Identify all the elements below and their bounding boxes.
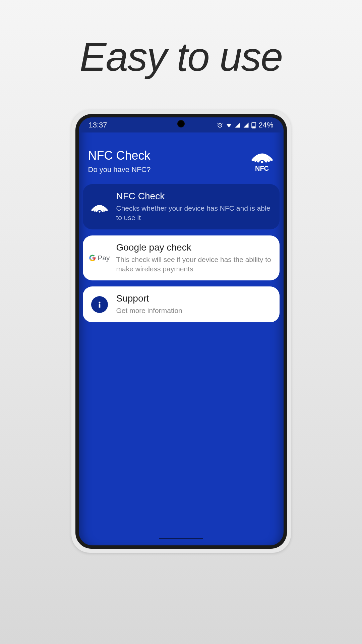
svg-point-6 xyxy=(99,302,100,303)
svg-point-4 xyxy=(261,161,263,163)
device-inner-frame: 13:37 xyxy=(75,114,287,549)
card-title: Google pay check xyxy=(116,242,273,253)
info-icon xyxy=(91,296,108,313)
nfc-logo: NFC xyxy=(250,147,274,172)
nfc-logo-label: NFC xyxy=(255,165,269,172)
google-pay-check-card[interactable]: Pay Google pay check This check will see… xyxy=(83,235,280,281)
card-subtitle: Get more information xyxy=(116,306,273,315)
card-title: NFC Check xyxy=(116,191,273,202)
google-pay-text: Pay xyxy=(98,254,110,262)
camera-hole xyxy=(177,120,185,127)
nfc-waves-icon xyxy=(250,147,274,164)
nfc-waves-icon xyxy=(90,199,109,214)
svg-rect-7 xyxy=(99,304,100,308)
nfc-check-card[interactable]: NFC Check Checks whether your device has… xyxy=(83,184,280,229)
battery-icon xyxy=(251,122,256,128)
card-title: Support xyxy=(116,293,273,304)
device-screen: 13:37 xyxy=(79,117,284,545)
svg-rect-2 xyxy=(253,122,254,122)
status-time: 13:37 xyxy=(89,121,107,129)
signal-icon-2 xyxy=(243,122,249,128)
promo-headline: Easy to use xyxy=(79,34,282,80)
wifi-icon xyxy=(226,122,232,128)
card-subtitle: Checks whether your device has NFC and i… xyxy=(116,204,273,223)
svg-point-5 xyxy=(99,211,100,213)
app-header: NFC Check Do you have NFC? NFC xyxy=(79,132,284,184)
battery-text: 24% xyxy=(258,121,273,129)
navigation-pill[interactable] xyxy=(159,538,203,539)
svg-rect-3 xyxy=(252,126,255,128)
app-title: NFC Check xyxy=(88,149,151,163)
signal-icon xyxy=(235,122,241,128)
cards-container: NFC Check Checks whether your device has… xyxy=(79,184,284,322)
support-card[interactable]: Support Get more information xyxy=(83,286,280,322)
device-frame: 13:37 xyxy=(71,110,291,553)
card-subtitle: This check will see if your device has t… xyxy=(116,255,273,274)
alarm-icon xyxy=(217,122,223,128)
app-subtitle: Do you have NFC? xyxy=(88,165,151,174)
google-pay-icon: Pay xyxy=(89,254,110,262)
